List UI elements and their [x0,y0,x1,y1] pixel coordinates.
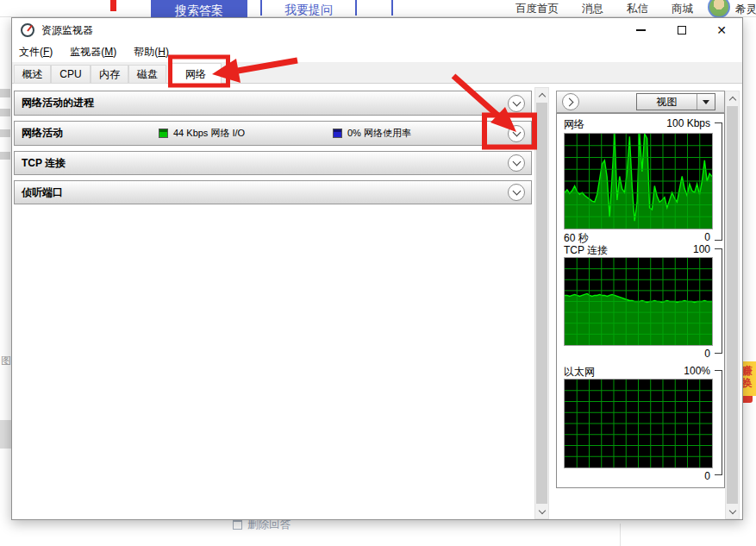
bg-link-private-msg[interactable]: 私信 [627,2,648,16]
bg-nav-links: 百度首页 消息 私信 商城 [515,2,693,16]
chart-ethernet-min-label: 0 [704,470,710,482]
expand-collapse-button[interactable] [508,154,525,172]
chart-network-axis-bracket [715,122,722,241]
chart-ethernet-axis-bracket [715,370,722,475]
bg-fragment [0,129,10,137]
expand-collapse-button[interactable] [508,95,525,112]
titlebar[interactable]: 资源监视器 ✕ [12,18,742,42]
close-button[interactable]: ✕ [707,18,736,42]
resource-monitor-icon [21,23,34,37]
view-button-label: 视图 [637,94,697,110]
view-dropdown-button[interactable]: 视图 [636,93,715,110]
scrollbar-thumb[interactable] [536,103,547,504]
tab-disk[interactable]: 磁盘 [128,65,166,84]
chevron-down-icon [512,97,521,106]
chart-tcp-min-label: 0 [704,348,710,360]
avatar[interactable] [708,0,730,18]
maximize-button[interactable] [667,18,697,42]
trash-icon [233,520,242,530]
section-tcp-connections[interactable]: TCP 连接 [14,151,532,175]
close-icon: ✕ [716,23,727,37]
menu-monitor[interactable]: 监视器(M) [70,45,116,60]
minimize-button[interactable] [626,18,655,42]
chart-network-min-label: 0 [704,231,710,243]
bg-fragment [0,109,10,116]
chevron-up-icon [728,96,735,103]
chart-tcp-connections [564,257,713,346]
chevron-down-icon [512,128,521,136]
chart-ethernet [564,379,713,468]
chevron-down-icon [728,506,735,513]
bg-fragment [0,89,10,97]
username-label[interactable]: 希灵 [735,3,756,17]
scroll-up-button[interactable] [726,91,739,105]
chart-ethernet-max-label: 100% [684,365,710,377]
bg-tab-divider [391,0,393,16]
network-io-indicator: 44 Kbps 网络 I/O [159,127,245,140]
chart-network-title: 网络 [564,117,584,132]
bg-link-messages[interactable]: 消息 [582,2,603,16]
tab-memory[interactable]: 内存 [91,65,128,84]
network-utilization-label: 0% 网络使用率 [347,127,411,140]
section-title: TCP 连接 [22,156,66,171]
chart-tcp-title: TCP 连接 [564,243,608,258]
chevron-right-icon [565,97,574,106]
tab-strip: 概述 CPU 内存 磁盘 网络 [12,62,742,84]
chevron-down-icon [538,506,545,513]
background-page-topbar: 搜索答案 我要提问 百度首页 消息 私信 商城 希灵 [0,0,756,17]
triangle-down-icon [703,100,709,104]
section-title: 侦听端口 [22,185,63,200]
menu-bar: 文件(F) 监视器(M) 帮助(H) [12,42,742,62]
screen: 搜索答案 我要提问 百度首页 消息 私信 商城 希灵 图 删除回答 赚 换 资源… [0,0,756,546]
network-io-label: 44 Kbps 网络 I/O [173,127,245,140]
network-io-swatch [159,129,168,138]
expand-collapse-button[interactable] [508,125,525,142]
menu-help[interactable]: 帮助(H) [134,45,169,60]
minimize-icon [636,29,646,31]
charts-scrollbar[interactable] [725,91,740,519]
bg-tab-ask-question[interactable]: 我要提问 [260,0,357,16]
network-utilization-swatch [333,129,342,138]
chevron-down-icon [512,158,521,166]
charts-panel: 网络 100 Kbps 60 秒 0 TCP 连接 100 0 以太网 100%… [556,113,725,488]
chart-ethernet-title: 以太网 [564,365,595,380]
expand-collapse-button[interactable] [508,184,525,201]
chart-network-max-label: 100 Kbps [666,117,710,129]
bg-vertical-divider [620,524,621,546]
bg-fragment [0,152,10,160]
section-listening-ports[interactable]: 侦听端口 [14,180,532,204]
chart-network [564,133,713,229]
bg-fragment [0,420,11,449]
bg-red-fragment [110,0,116,11]
scrollbar-thumb[interactable] [727,106,738,504]
chart-tcp-axis-bracket [715,248,722,354]
section-title: 网络活动 [22,126,63,141]
collapse-charts-button[interactable] [562,93,579,110]
section-title: 网络活动的进程 [22,96,94,110]
maximize-icon [678,26,686,35]
menu-file[interactable]: 文件(F) [19,45,53,60]
view-dropdown-arrow[interactable] [697,94,715,110]
scroll-up-button[interactable] [535,88,548,102]
window-title: 资源监视器 [41,18,93,42]
bg-link-mall[interactable]: 商城 [672,2,693,16]
tab-cpu[interactable]: CPU [51,65,91,84]
resource-monitor-window: 资源监视器 ✕ 文件(F) 监视器(M) 帮助(H) 概述 CPU 内存 磁盘 … [11,17,743,520]
network-utilization-indicator: 0% 网络使用率 [333,127,411,140]
bg-link-baidu-home[interactable]: 百度首页 [515,2,559,16]
charts-panel-header: 视图 [556,91,725,113]
chevron-down-icon [512,187,521,196]
scroll-down-button[interactable] [726,505,739,518]
bg-fragment: 图 [1,354,11,368]
chevron-up-icon [538,92,545,99]
scroll-down-button[interactable] [535,505,548,518]
tab-overview[interactable]: 概述 [14,65,51,84]
chart-tcp-max-label: 100 [693,243,710,255]
section-network-processes[interactable]: 网络活动的进程 [14,91,532,116]
left-panel-scrollbar[interactable] [534,87,549,519]
section-network-activity[interactable]: 网络活动 44 Kbps 网络 I/O 0% 网络使用率 [14,121,532,146]
bg-tab-search-answers[interactable]: 搜索答案 [151,0,247,17]
tab-network[interactable]: 网络 [170,63,222,85]
